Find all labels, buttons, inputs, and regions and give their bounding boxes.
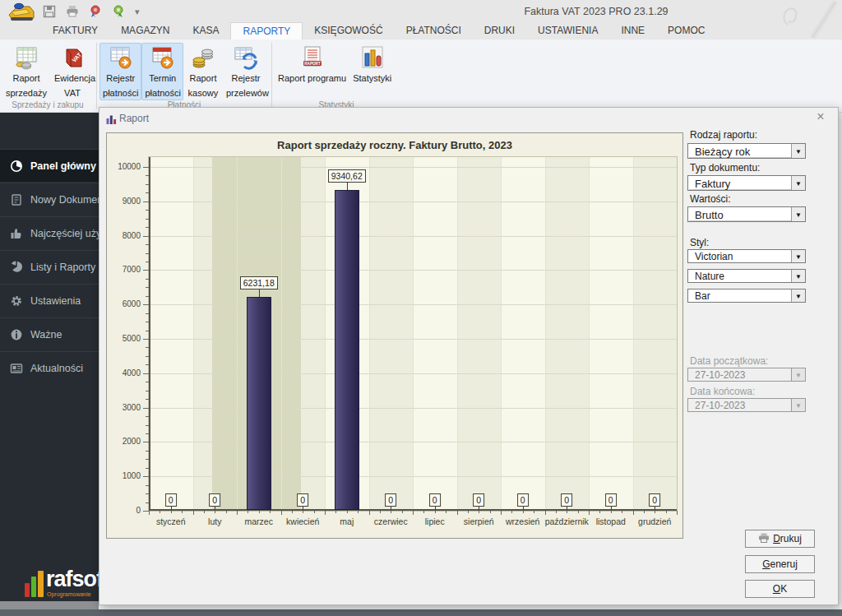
chevron-down-icon[interactable]: ▼ xyxy=(791,176,805,190)
tab-faktury[interactable]: FAKTURY xyxy=(41,22,109,39)
sidebar-item-wazne[interactable]: Ważne xyxy=(0,317,99,350)
plot-stripe xyxy=(369,157,414,511)
x-tick xyxy=(446,511,446,513)
bar-value-label: 6231,18 xyxy=(240,276,278,289)
window-title: Faktura VAT 2023 PRO 23.1.29 xyxy=(460,6,732,17)
statystyki-button[interactable]: Statystyki xyxy=(349,43,395,86)
bar-value-label: 0 xyxy=(165,493,177,507)
tab-magazyn[interactable]: MAGAZYN xyxy=(109,22,181,39)
y-major-tick xyxy=(143,511,149,512)
y-major-tick xyxy=(143,304,149,305)
tab-księgowość[interactable]: KSIĘGOWOŚĆ xyxy=(303,22,394,39)
x-tick xyxy=(479,511,479,513)
chevron-down-icon[interactable]: ▼ xyxy=(791,270,805,282)
x-tick xyxy=(259,511,260,513)
print-icon[interactable] xyxy=(66,5,79,18)
bar-value-label: 0 xyxy=(473,493,484,507)
x-tick xyxy=(380,511,381,513)
ribbon-toolbar: Raport sprzedaży VAT Ewidencja VAT Sprze… xyxy=(0,39,842,113)
callout-connector xyxy=(171,507,172,510)
y-tick-label: 5000 xyxy=(108,334,141,343)
x-tick xyxy=(633,511,634,515)
decorative-pencil-paperclip xyxy=(776,0,842,43)
payments-register-icon xyxy=(109,45,133,70)
sidebar-item-listy-raporty[interactable]: Listy i Raporty xyxy=(0,250,99,283)
termin-platnosci-button[interactable]: Termin płatności xyxy=(141,43,183,100)
bottom-edge-strip xyxy=(0,609,842,616)
callout-connector xyxy=(435,507,436,510)
data-poczatkowa-select[interactable]: 27-10-2023 ▼ xyxy=(687,368,806,382)
callout-connector xyxy=(567,507,567,510)
month-label: lipiec xyxy=(425,516,445,526)
tab-inne[interactable]: INNE xyxy=(609,22,656,39)
x-tick xyxy=(248,511,248,513)
bar-value-label: 0 xyxy=(385,493,396,507)
x-tick xyxy=(666,511,667,513)
y-tick-label: 3000 xyxy=(108,403,141,412)
chevron-down-icon[interactable]: ▼ xyxy=(791,144,805,158)
pie-chart-icon xyxy=(10,261,23,274)
month-label: styczeń xyxy=(156,516,186,526)
rejestr-platnosci-button[interactable]: Rejestr płatności xyxy=(99,43,141,100)
plot-stripe xyxy=(413,157,457,511)
raport-programu-button[interactable]: RAPORT Raport programu xyxy=(275,43,349,86)
close-icon[interactable]: × xyxy=(813,109,828,124)
chevron-down-icon: ▼ xyxy=(791,399,805,411)
v-gridline xyxy=(545,157,546,511)
chevron-down-icon: ▼ xyxy=(791,368,805,381)
x-tick xyxy=(325,511,326,515)
callout-connector xyxy=(655,507,655,510)
chevron-down-icon[interactable]: ▼ xyxy=(791,289,805,302)
y-major-tick xyxy=(143,476,149,477)
callout-connector xyxy=(259,289,260,297)
sidebar-item-nowy-dokument[interactable]: Nowy Dokument xyxy=(0,183,99,215)
styl-select-3[interactable]: Bar ▼ xyxy=(687,289,806,303)
rodzaj-raportu-select[interactable]: Bieżący rok ▼ xyxy=(687,143,806,159)
app-logo-icon[interactable] xyxy=(5,1,38,26)
generuj-button[interactable]: Generuj xyxy=(745,555,815,573)
rejestr-przelewow-button[interactable]: Rejestr przelewów xyxy=(223,43,269,100)
chevron-down-icon[interactable]: ▼ xyxy=(791,250,805,262)
raport-kasowy-button[interactable]: Raport kasowy xyxy=(183,43,223,100)
raport-sprzedazy-button[interactable]: Raport sprzedaży xyxy=(2,43,51,100)
tab-pomoc[interactable]: POMOC xyxy=(656,22,716,39)
styl-select-1[interactable]: Victorian ▼ xyxy=(687,249,806,263)
data-koncowa-select[interactable]: 27-10-2023 ▼ xyxy=(687,398,806,412)
x-tick xyxy=(578,511,579,513)
sidebar-item-ustawienia[interactable]: Ustawienia xyxy=(0,284,99,317)
y-major-tick xyxy=(143,167,149,168)
ewidencja-vat-button[interactable]: VAT Ewidencja VAT xyxy=(51,43,94,100)
rafsoft-bars-icon xyxy=(25,568,46,601)
tab-raporty[interactable]: RAPORTY xyxy=(230,22,303,39)
ok-button[interactable]: OK xyxy=(745,580,815,598)
wartosci-select[interactable]: Brutto ▼ xyxy=(687,206,806,222)
styl-select-2[interactable]: Nature ▼ xyxy=(687,269,806,283)
save-icon[interactable] xyxy=(43,5,56,18)
tab-ustawienia[interactable]: USTAWIENIA xyxy=(526,22,609,39)
dialog-chart-icon xyxy=(106,113,117,128)
bar-value-label: 0 xyxy=(209,493,220,507)
tab-kasa[interactable]: KASA xyxy=(181,22,230,39)
sidebar-item-najczesciej-uzywane[interactable]: Najczęściej używane xyxy=(0,216,99,249)
callout-connector xyxy=(215,507,215,510)
badge-red-icon[interactable] xyxy=(89,5,102,18)
y-major-tick xyxy=(143,236,149,237)
bar-value-label: 9340,62 xyxy=(328,169,366,183)
drukuj-button[interactable]: Drukuj xyxy=(745,530,815,548)
x-tick xyxy=(468,511,469,513)
sidebar-item-aktualnosci[interactable]: Aktualności xyxy=(0,351,99,384)
bar-value-label: 0 xyxy=(297,493,308,507)
badge-green-icon[interactable] xyxy=(112,5,125,18)
plot-stripe xyxy=(149,157,193,511)
month-label: marzec xyxy=(245,516,273,526)
sidebar-item-panel-glowny[interactable]: Panel główny xyxy=(0,149,99,182)
tab-druki[interactable]: DRUKI xyxy=(473,22,526,39)
typ-dokumentu-label: Typ dokumentu: xyxy=(690,162,760,174)
x-tick xyxy=(545,511,546,515)
chevron-down-icon[interactable]: ▼ xyxy=(791,207,805,221)
y-major-tick xyxy=(143,408,149,409)
typ-dokumentu-select[interactable]: Faktury ▼ xyxy=(687,175,806,191)
customize-toolbar-chevron[interactable]: ▾ xyxy=(135,5,140,18)
styl-label: Styl: xyxy=(690,237,709,248)
tab-płatności[interactable]: PŁATNOŚCI xyxy=(395,22,473,39)
